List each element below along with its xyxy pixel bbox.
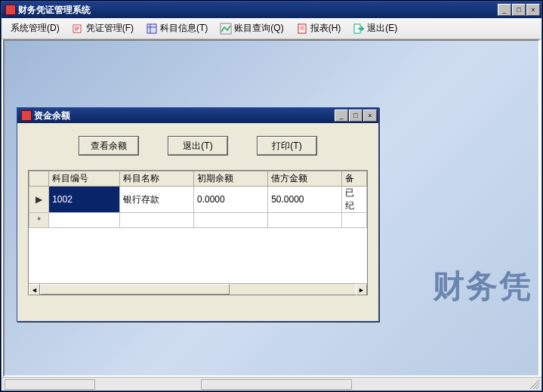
cell-name[interactable] bbox=[119, 213, 193, 228]
scroll-left-button[interactable]: ◄ bbox=[29, 284, 40, 295]
svg-rect-1 bbox=[147, 24, 156, 33]
cell-code[interactable]: 1002 bbox=[49, 187, 120, 213]
report-icon bbox=[296, 23, 308, 35]
close-button[interactable]: × bbox=[526, 4, 540, 16]
minimize-button[interactable]: _ bbox=[498, 4, 511, 16]
row-marker[interactable]: * bbox=[29, 213, 49, 228]
scroll-right-button[interactable]: ► bbox=[356, 284, 367, 295]
cell-code[interactable] bbox=[49, 213, 120, 228]
voucher-icon bbox=[72, 23, 84, 35]
menubar: 系统管理(D) 凭证管理(F) 科目信息(T) 账目查询(Q) 报表(H) 退出… bbox=[2, 18, 541, 39]
view-balance-button[interactable]: 查看余额 bbox=[79, 137, 138, 155]
scroll-track[interactable] bbox=[40, 284, 356, 295]
svg-point-4 bbox=[300, 26, 304, 30]
menu-report[interactable]: 报表(H) bbox=[292, 20, 346, 37]
cell-tail[interactable]: 已纪 bbox=[342, 187, 367, 213]
dialog-close-button[interactable]: × bbox=[363, 110, 377, 122]
mdi-client-area: 财务凭 资金余额 _ □ × 查看余额 退出(T) 打印(T) bbox=[3, 39, 540, 377]
menu-ledger[interactable]: 账目查询(Q) bbox=[215, 20, 288, 37]
row-marker[interactable]: ▶ bbox=[29, 187, 49, 213]
cell-opening[interactable] bbox=[194, 213, 268, 228]
print-button[interactable]: 打印(T) bbox=[258, 137, 316, 155]
watermark-text: 财务凭 bbox=[433, 265, 532, 307]
horizontal-scrollbar[interactable]: ◄ ► bbox=[29, 283, 367, 295]
dialog-minimize-button[interactable]: _ bbox=[335, 110, 348, 122]
cell-debit[interactable] bbox=[268, 213, 342, 228]
cell-name[interactable]: 银行存款 bbox=[119, 187, 193, 213]
exit-icon bbox=[353, 23, 365, 35]
main-window: 财务凭证管理系统 _ □ × 系统管理(D) 凭证管理(F) 科目信息(T) 账… bbox=[1, 1, 542, 391]
cell-debit[interactable]: 50.0000 bbox=[268, 187, 342, 213]
grid-table: 科目编号 科目名称 初期余额 借方金额 备 ▶ 1002 银行存 bbox=[29, 171, 367, 228]
menu-voucher[interactable]: 凭证管理(F) bbox=[67, 20, 138, 37]
status-cell-1 bbox=[5, 379, 95, 390]
menu-exit[interactable]: 退出(E) bbox=[348, 20, 402, 37]
subject-icon bbox=[146, 23, 158, 35]
cell-tail[interactable] bbox=[342, 213, 367, 228]
button-row: 查看余额 退出(T) 打印(T) bbox=[28, 137, 368, 155]
ledger-icon bbox=[220, 23, 232, 35]
cell-opening[interactable]: 0.0000 bbox=[194, 187, 268, 213]
col-header-tail[interactable]: 备 bbox=[342, 171, 367, 187]
app-icon bbox=[5, 5, 16, 15]
menu-subject[interactable]: 科目信息(T) bbox=[141, 20, 212, 37]
col-header-name[interactable]: 科目名称 bbox=[119, 171, 193, 187]
scroll-thumb[interactable] bbox=[40, 284, 230, 295]
menu-system[interactable]: 系统管理(D) bbox=[6, 20, 64, 37]
maximize-button[interactable]: □ bbox=[512, 4, 526, 16]
dialog-title: 资金余额 bbox=[34, 110, 335, 122]
col-header-code[interactable]: 科目编号 bbox=[49, 171, 120, 187]
col-header-opening[interactable]: 初期余额 bbox=[194, 171, 268, 187]
table-row[interactable]: * bbox=[29, 213, 367, 228]
data-grid[interactable]: 科目编号 科目名称 初期余额 借方金额 备 ▶ 1002 银行存 bbox=[28, 170, 368, 295]
statusbar bbox=[2, 377, 541, 390]
app-title: 财务凭证管理系统 bbox=[18, 4, 498, 17]
main-titlebar: 财务凭证管理系统 _ □ × bbox=[2, 2, 541, 18]
window-controls: _ □ × bbox=[498, 4, 540, 16]
dialog-window-controls: _ □ × bbox=[335, 110, 377, 122]
dialog-titlebar: 资金余额 _ □ × bbox=[17, 108, 378, 123]
dialog-body: 查看余额 退出(T) 打印(T) 科目编号 科目名称 初期余额 借方金额 bbox=[17, 123, 378, 321]
dialog-maximize-button[interactable]: □ bbox=[349, 110, 363, 122]
table-row[interactable]: ▶ 1002 银行存款 0.0000 50.0000 已纪 bbox=[29, 187, 367, 213]
balance-dialog: 资金余额 _ □ × 查看余额 退出(T) 打印(T) bbox=[17, 107, 379, 322]
exit-button[interactable]: 退出(T) bbox=[168, 137, 227, 155]
dialog-icon bbox=[21, 110, 32, 121]
status-cell-2 bbox=[201, 379, 352, 390]
row-header-corner[interactable] bbox=[29, 171, 49, 187]
col-header-debit[interactable]: 借方金额 bbox=[268, 171, 342, 187]
resize-grip-icon[interactable] bbox=[529, 379, 540, 390]
